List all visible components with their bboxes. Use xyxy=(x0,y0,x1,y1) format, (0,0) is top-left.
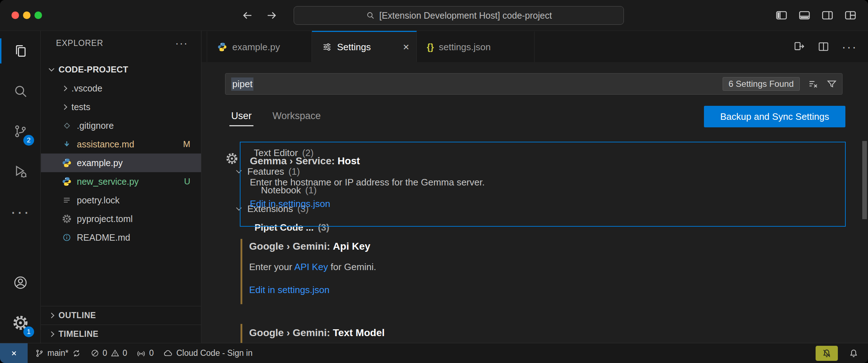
activity-more[interactable]: ··· xyxy=(0,192,41,232)
activity-source-control[interactable]: 2 xyxy=(0,111,41,151)
bell-slash-icon xyxy=(822,348,832,358)
activity-bar: 2 ··· 1 xyxy=(0,31,41,343)
explorer-more-actions-icon[interactable]: ··· xyxy=(175,41,188,45)
tree-root-code-project[interactable]: CODE-PROJECT xyxy=(41,60,201,79)
cloud-code-status[interactable]: Cloud Code - Sign in xyxy=(163,348,252,358)
search-icon xyxy=(13,83,28,99)
git-untracked-badge: U xyxy=(184,176,190,187)
activity-search[interactable] xyxy=(0,71,41,111)
python-file-icon xyxy=(62,158,72,168)
problems-status[interactable]: 0 0 xyxy=(90,348,127,358)
back-arrow-icon[interactable] xyxy=(241,9,253,22)
tab-settings[interactable]: Settings × xyxy=(312,31,417,62)
toggle-panel-icon[interactable] xyxy=(798,9,811,22)
python-file-icon xyxy=(62,176,72,187)
settings-count-badge: 6 Settings Found xyxy=(723,77,800,91)
titlebar: [Extension Development Host] code-projec… xyxy=(0,0,868,31)
setting-description: Enter the hostname or IP address for the… xyxy=(250,177,485,188)
toggle-primary-sidebar-icon[interactable] xyxy=(775,9,788,22)
markdown-file-icon xyxy=(62,140,72,149)
minimize-window-button[interactable] xyxy=(23,11,31,19)
tree-item-pyproject-toml[interactable]: pyproject.toml xyxy=(41,209,201,228)
tab-settings-json[interactable]: {} settings.json xyxy=(417,31,535,62)
git-branch-status[interactable]: main* xyxy=(35,348,81,358)
search-icon xyxy=(366,11,375,20)
error-icon xyxy=(90,349,99,358)
settings-search-input[interactable]: pipet 6 Settings Found xyxy=(225,73,843,95)
chevron-down-icon xyxy=(49,66,55,71)
more-icon: ··· xyxy=(10,208,30,215)
cloud-icon xyxy=(163,348,173,358)
explorer-sidebar: EXPLORER ··· CODE-PROJECT .vscode tests … xyxy=(41,31,201,343)
toggle-secondary-sidebar-icon[interactable] xyxy=(821,9,834,22)
do-not-disturb-badge[interactable] xyxy=(816,346,838,361)
close-window-button[interactable] xyxy=(11,11,19,19)
warning-icon xyxy=(111,349,120,358)
more-actions-icon[interactable]: ··· xyxy=(842,43,857,50)
split-editor-icon[interactable] xyxy=(817,41,830,53)
customize-layout-icon[interactable] xyxy=(844,9,857,22)
filter-icon[interactable] xyxy=(826,79,837,89)
tree-item-poetry-lock[interactable]: poetry.lock xyxy=(41,191,201,209)
command-center-search[interactable]: [Extension Development Host] code-projec… xyxy=(294,6,624,25)
activity-explorer[interactable] xyxy=(0,31,41,71)
status-bar: main* 0 0 0 Cloud Code - Sign i xyxy=(0,343,868,363)
chevron-right-icon xyxy=(62,104,67,110)
source-control-badge: 2 xyxy=(23,135,34,146)
window-controls xyxy=(11,11,42,19)
tab-label: example.py xyxy=(232,42,280,53)
tree-item-assistance-md[interactable]: assistance.md M xyxy=(41,135,201,154)
activity-run-debug[interactable] xyxy=(0,151,41,192)
open-changes-icon[interactable] xyxy=(793,41,805,53)
tab-label: settings.json xyxy=(439,42,491,53)
editor-tab-bar: example.py Settings × {} settings.json xyxy=(202,31,868,62)
tree-item-example-py[interactable]: example.py xyxy=(41,154,201,172)
api-key-link[interactable]: API Key xyxy=(294,261,328,272)
settings-list: Gemma › Service: Host Enter the hostname… xyxy=(240,142,846,343)
remote-indicator[interactable] xyxy=(0,343,28,363)
ports-status[interactable]: 0 xyxy=(136,348,154,358)
tree-item-readme-md[interactable]: README.md xyxy=(41,228,201,247)
chevron-right-icon xyxy=(49,313,55,319)
scope-tab-user[interactable]: User xyxy=(229,105,253,126)
git-file-icon xyxy=(62,121,72,130)
tab-example-py[interactable]: example.py xyxy=(207,31,312,62)
modified-indicator xyxy=(241,239,242,304)
setting-gemma-service-host[interactable]: Gemma › Service: Host Enter the hostname… xyxy=(240,142,846,227)
setting-google-gemini-api-key[interactable]: Google › Gemini: Api Key Enter your API … xyxy=(240,238,846,306)
scope-tab-workspace[interactable]: Workspace xyxy=(271,105,323,126)
edit-in-settings-json-link[interactable]: Edit in settings.json xyxy=(250,198,330,209)
run-debug-icon xyxy=(13,164,28,179)
tree-item-new-service-py[interactable]: new_service.py U xyxy=(41,172,201,191)
forward-arrow-icon[interactable] xyxy=(266,9,278,22)
setting-title: Google › Gemini: Api Key xyxy=(249,241,370,252)
lock-file-icon xyxy=(62,195,72,205)
setting-title: Google › Gemini: Text Model xyxy=(249,327,385,339)
close-icon[interactable]: × xyxy=(403,42,409,52)
clear-settings-search-icon[interactable] xyxy=(808,79,818,89)
outline-section[interactable]: OUTLINE xyxy=(41,306,201,325)
tree-item-vscode[interactable]: .vscode xyxy=(41,79,201,98)
maximize-window-button[interactable] xyxy=(34,11,42,19)
notifications-bell-icon[interactable] xyxy=(849,348,859,358)
setting-google-gemini-text-model[interactable]: Google › Gemini: Text Model xyxy=(240,323,846,343)
setting-description: Enter your API Key for Gemini. xyxy=(249,261,376,273)
edit-in-settings-json-link[interactable]: Edit in settings.json xyxy=(249,284,330,296)
editor-area: example.py Settings × {} settings.json xyxy=(202,31,868,343)
backup-sync-settings-button[interactable]: Backup and Sync Settings xyxy=(704,106,845,127)
info-icon xyxy=(62,233,72,242)
activity-accounts[interactable] xyxy=(0,263,41,303)
window-title: [Extension Development Host] code-projec… xyxy=(379,10,552,21)
json-braces-icon: {} xyxy=(427,42,434,52)
timeline-section[interactable]: TIMELINE xyxy=(41,325,201,343)
activity-manage[interactable]: 1 xyxy=(0,303,41,343)
setting-actions-gear-icon[interactable] xyxy=(226,152,238,165)
files-icon xyxy=(13,43,28,59)
scrollbar-thumb[interactable] xyxy=(862,141,867,219)
branch-icon xyxy=(35,349,44,358)
sync-changes-icon[interactable] xyxy=(72,349,81,358)
tree-item-tests[interactable]: tests xyxy=(41,98,201,116)
tree-item-gitignore[interactable]: .gitignore xyxy=(41,116,201,135)
settings-search-value: pipet xyxy=(231,77,253,91)
toml-gear-icon xyxy=(62,214,72,223)
